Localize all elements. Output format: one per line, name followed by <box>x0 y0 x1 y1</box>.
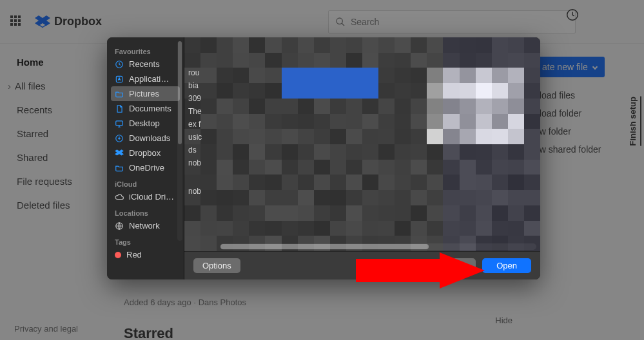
finder-filename-fragment: nob <box>184 185 219 197</box>
finder-tag-red[interactable]: Red <box>107 247 184 262</box>
finder-sidebar-scrollbar[interactable] <box>177 41 182 241</box>
svg-line-1 <box>342 23 344 26</box>
finder-fav-documents[interactable]: Documents <box>107 101 184 116</box>
notifications-icon[interactable] <box>565 8 580 24</box>
finish-setup-tab[interactable]: Finish setup <box>628 97 641 146</box>
finder-filename-fragment: bia <box>184 80 219 91</box>
clock-icon <box>115 60 124 69</box>
finder-filename-column: roubia309Theex fusicdsnobnob <box>184 37 219 242</box>
finder-filename-fragment: 309 <box>184 93 219 104</box>
left-nav: Home All files Recents Starred Shared Fi… <box>0 44 102 340</box>
doc-icon <box>115 104 124 113</box>
search-icon <box>335 17 346 27</box>
dropbox-icon <box>115 149 124 158</box>
brand-name: Dropbox <box>54 15 102 28</box>
options-button[interactable]: Options <box>193 258 240 273</box>
nav-recents[interactable]: Recents <box>3 98 102 122</box>
dropbox-logo[interactable]: Dropbox <box>35 15 102 28</box>
cancel-button[interactable] <box>446 258 476 274</box>
nav-deleted-files[interactable]: Deleted files <box>3 193 102 217</box>
open-button[interactable]: Open <box>482 258 531 273</box>
finder-filename-fragment: rou <box>184 67 219 79</box>
finder-icloud-icloud-dri-[interactable]: iCloud Dri… <box>107 189 184 204</box>
create-new-file-label: ate new file <box>542 62 588 72</box>
finder-filename-fragment: usic <box>184 131 219 143</box>
finder-section-icloud: iCloud <box>107 179 184 189</box>
finder-footer: Options Open <box>184 251 540 279</box>
finder-section-favourites: Favourites <box>107 46 184 57</box>
finder-section-locations: Locations <box>107 208 184 218</box>
finder-sidebar: Favourites RecentsApplicati…PicturesDocu… <box>107 37 184 279</box>
privacy-link[interactable]: Privacy and legal <box>14 324 78 334</box>
finder-loc-network[interactable]: Network <box>107 218 184 233</box>
finder-fav-dropbox[interactable]: Dropbox <box>107 146 184 160</box>
file-open-dialog: Favourites RecentsApplicati…PicturesDocu… <box>107 37 540 279</box>
nav-all-files[interactable]: All files <box>3 74 102 98</box>
folder-icon <box>115 90 124 99</box>
create-new-file-button[interactable]: ate new file <box>534 57 605 77</box>
finder-fav-onedrive[interactable]: OneDrive <box>107 160 184 175</box>
svg-point-0 <box>337 18 342 24</box>
cloud-icon <box>115 193 124 202</box>
finder-filename-fragment: ds <box>184 144 219 156</box>
finder-fav-pictures[interactable]: Pictures <box>111 86 180 101</box>
finder-fav-desktop[interactable]: Desktop <box>107 116 184 131</box>
svg-rect-5 <box>116 120 123 125</box>
starred-heading: Starred <box>124 325 512 340</box>
right-panel: ate new file pload files pload folder ew… <box>534 44 644 340</box>
finder-filename-fragment: The <box>184 106 219 117</box>
folder-icon <box>115 164 124 173</box>
search-input[interactable]: Search <box>328 10 576 33</box>
finder-horizontal-scrollbar[interactable] <box>220 243 536 250</box>
finder-content-pixelated <box>184 37 540 251</box>
tag-dot-icon <box>115 252 121 258</box>
search-placeholder: Search <box>351 17 379 27</box>
hide-link[interactable]: Hide <box>495 316 512 325</box>
finder-fav-recents[interactable]: Recents <box>107 57 184 71</box>
app-icon <box>115 75 124 84</box>
apps-grid-icon[interactable] <box>10 15 23 28</box>
finder-fav-applicati-[interactable]: Applicati… <box>107 71 184 86</box>
finder-content-area[interactable]: roubia309Theex fusicdsnobnob <box>184 37 540 251</box>
globe-icon <box>115 222 124 231</box>
nav-starred[interactable]: Starred <box>3 122 102 146</box>
finder-fav-downloads[interactable]: Downloads <box>107 131 184 146</box>
finder-section-tags: Tags <box>107 237 184 247</box>
finder-filename-fragment: ex f <box>184 118 219 130</box>
nav-home[interactable]: Home <box>3 50 102 74</box>
item-meta: Added 6 days ago · Dans Photos <box>124 298 512 307</box>
dropbox-glyph-icon <box>35 15 50 28</box>
chevron-down-icon <box>592 64 598 70</box>
finder-filename-fragment: nob <box>184 157 219 169</box>
nav-file-requests[interactable]: File requests <box>3 169 102 193</box>
desktop-icon <box>115 119 124 128</box>
download-icon <box>115 134 124 143</box>
nav-shared[interactable]: Shared <box>3 146 102 169</box>
